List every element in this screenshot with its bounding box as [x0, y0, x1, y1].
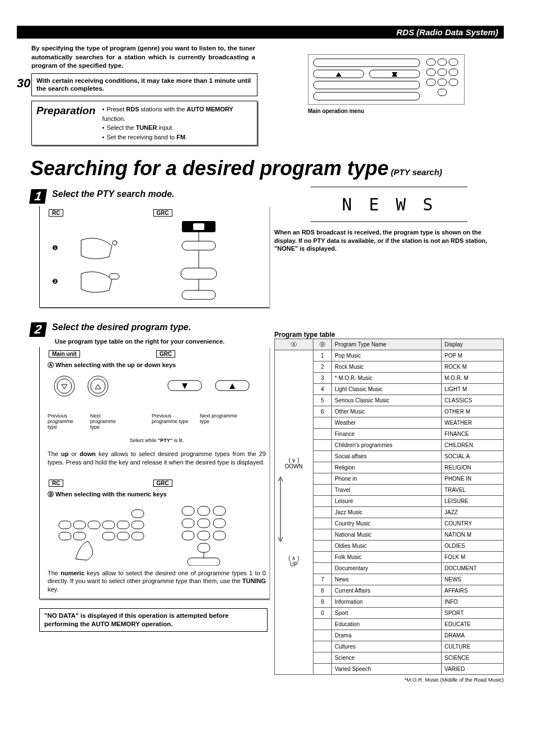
main-unit-label: Main unit: [49, 350, 80, 358]
receiving-note-box: With certain receiving conditions, it ma…: [31, 73, 257, 97]
step-2-header: 2 Select the desired program type.: [30, 318, 257, 337]
svg-rect-42: [73, 532, 86, 540]
numeric-keys-diagram: [48, 504, 260, 566]
svg-rect-55: [198, 543, 210, 552]
svg-rect-44: [117, 532, 129, 540]
svg-rect-12: [427, 79, 435, 86]
step-2-number: 2: [29, 322, 47, 337]
svg-rect-45: [132, 532, 144, 540]
svg-point-31: [91, 379, 105, 393]
step-1-box: RC GRC ❶ ❷: [39, 206, 269, 308]
svg-rect-54: [213, 531, 226, 540]
table-group-a-col: ( ∨ ) DOWN( ∧ ) UP: [275, 350, 313, 675]
grc-label-3: GRC: [153, 480, 172, 487]
svg-rect-37: [88, 521, 100, 529]
svg-rect-49: [182, 519, 194, 528]
lcd-display: N E W S: [311, 185, 467, 224]
svg-point-25: [113, 241, 117, 245]
step2-a-line: When selecting with the up or down keys: [54, 361, 176, 368]
svg-rect-53: [198, 531, 210, 540]
svg-rect-5: [313, 92, 420, 100]
select-while-pty: Select while "PTY" is lit.: [48, 438, 266, 443]
grc-label-2: GRC: [156, 350, 175, 358]
no-data-note: "NO DATA" is displayed if this operation…: [39, 608, 268, 632]
svg-rect-38: [102, 521, 115, 529]
svg-rect-14: [449, 79, 458, 86]
svg-rect-35: [59, 521, 71, 529]
preparation-list: Preset RDS stations with the AUTO MEMORY…: [102, 105, 252, 142]
prev-type-label-2: Previous programme type: [152, 413, 191, 430]
program-type-table: Ⓐ Ⓑ Program Type Name Display ( ∨ ) DOWN…: [274, 339, 504, 675]
rds-broadcast-note: When an RDS broadcast is received, the p…: [274, 228, 504, 252]
step-1-number: 1: [29, 189, 47, 204]
page-number: 30: [17, 76, 30, 91]
svg-rect-46: [182, 506, 194, 515]
svg-rect-11: [449, 69, 458, 76]
mor-footnote: *M.O.R. Music (Middle of the Road Music): [274, 677, 504, 683]
section-header: RDS (Radio Data System): [17, 26, 504, 39]
numeric-text: The numeric keys allow to select the des…: [48, 569, 266, 593]
svg-rect-15: [438, 89, 447, 96]
svg-rect-34: [132, 510, 144, 518]
step2-b-line: When selecting with the numeric keys: [54, 491, 167, 497]
svg-rect-19: [182, 241, 216, 250]
rc-label-2: RC: [49, 480, 63, 487]
prev-type-label-1: Previous programme type: [48, 413, 81, 430]
svg-rect-4: [313, 81, 420, 89]
up-down-diagram: [48, 374, 260, 413]
svg-point-29: [57, 379, 72, 393]
svg-rect-21: [181, 268, 217, 279]
step-2-box: Main unit GRC Ⓐ When selecting with the …: [39, 347, 269, 599]
svg-rect-52: [182, 531, 194, 540]
program-table-heading: Program type table: [274, 331, 504, 339]
svg-text:❶: ❶: [52, 244, 58, 252]
next-type-label-2: Next programme type: [200, 413, 239, 430]
svg-text:N E W S: N E W S: [342, 195, 436, 214]
up-down-text: The up or down key allows to select desi…: [48, 450, 266, 466]
preparation-label: Preparation: [36, 105, 96, 142]
svg-rect-6: [427, 59, 435, 65]
svg-rect-27: [109, 274, 119, 279]
svg-rect-47: [198, 506, 210, 515]
next-type-label-1: Next programme type: [90, 413, 124, 430]
svg-rect-23: [182, 290, 216, 299]
svg-rect-40: [132, 521, 144, 529]
step-2-subtext: Use program type table on the right for …: [55, 338, 257, 345]
rc-label: RC: [49, 209, 63, 217]
svg-rect-36: [73, 521, 86, 529]
step-1-title: Select the PTY search mode.: [52, 189, 174, 199]
intro-paragraph: By specifying the type of program (genre…: [31, 44, 255, 71]
svg-rect-50: [198, 519, 210, 528]
step-1-header: 1 Select the PTY search mode.: [30, 185, 257, 204]
preparation-box: Preparation Preset RDS stations with the…: [31, 101, 257, 145]
main-menu-caption: Main operation menu: [308, 108, 504, 114]
svg-rect-7: [438, 59, 447, 65]
svg-rect-51: [213, 519, 226, 528]
page-title: Searching for a desired program type (PT…: [30, 157, 504, 180]
table-row: ( ∨ ) DOWN( ∧ ) UP1Pop MusicPOP M: [275, 350, 504, 361]
svg-rect-39: [117, 521, 129, 529]
svg-rect-8: [449, 59, 458, 65]
svg-text:❷: ❷: [52, 278, 58, 285]
svg-rect-10: [438, 69, 447, 76]
svg-rect-57: [188, 558, 220, 566]
svg-rect-13: [438, 79, 447, 86]
step-2-title: Select the desired program type.: [52, 322, 191, 332]
svg-rect-41: [59, 532, 71, 540]
svg-rect-48: [213, 506, 226, 515]
svg-rect-9: [427, 69, 435, 76]
svg-rect-1: [313, 59, 420, 67]
grc-label: GRC: [153, 209, 172, 217]
svg-rect-43: [102, 532, 115, 540]
step-1-diagram: ❶ ❷: [48, 218, 260, 302]
main-menu-diagram: [308, 54, 465, 105]
svg-rect-17: [193, 223, 204, 230]
